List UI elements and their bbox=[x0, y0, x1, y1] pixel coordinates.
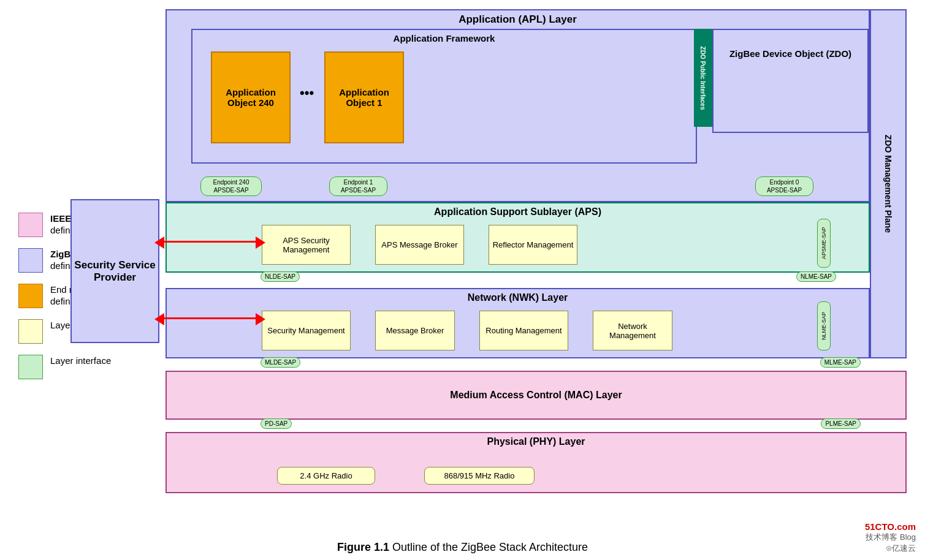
legend-color-layer-func bbox=[18, 319, 43, 344]
nwk-layer: Network (NWK) Layer Security Management … bbox=[166, 288, 870, 358]
legend-color-zigbee bbox=[18, 248, 43, 273]
security-service-provider: Security Service Provider bbox=[70, 199, 159, 343]
figure-title: Outline of the ZigBee Stack Architecture bbox=[392, 541, 588, 553]
app-object-240: Application Object 240 bbox=[211, 51, 291, 143]
figure-caption: Figure 1.1 Outline of the ZigBee Stack A… bbox=[337, 541, 588, 554]
phy-layer: Physical (PHY) Layer 2.4 GHz Radio 868/9… bbox=[166, 432, 907, 493]
legend-text-layer-iface: Layer interface bbox=[50, 355, 111, 367]
apl-layer: Application (APL) Layer Application Fram… bbox=[166, 9, 870, 202]
arrowhead-aps bbox=[256, 236, 265, 249]
mac-layer-title: Medium Access Control (MAC) Layer bbox=[167, 390, 905, 401]
endpoint-1: Endpoint 1APSDE-SAP bbox=[329, 176, 387, 196]
arrow-line-aps bbox=[161, 241, 256, 243]
network-management: Network Management bbox=[593, 311, 672, 350]
watermark: 51CTO.com 技术博客 Blog ⊙亿速云 bbox=[865, 521, 916, 554]
page-container: IEEE 802.15.4 defined ZigBee™ Alliance d… bbox=[0, 0, 925, 560]
diagram: ZDO Management Plane Application (APL) L… bbox=[166, 9, 907, 505]
mac-layer: Medium Access Control (MAC) Layer bbox=[166, 371, 907, 420]
aps-layer-title: Application Support Sublayer (APS) bbox=[167, 206, 869, 218]
app-framework-title: Application Framework bbox=[192, 33, 696, 44]
endpoint-0: Endpoint 0APSDE-SAP bbox=[755, 176, 813, 196]
arrowhead-aps-left bbox=[154, 236, 164, 249]
radio-868mhz: 868/915 MHz Radio bbox=[424, 467, 535, 485]
plme-sap: PLME-SAP bbox=[821, 418, 861, 429]
watermark-sub1: 技术博客 Blog bbox=[865, 532, 916, 543]
apsme-sap: APSME-SAP bbox=[817, 219, 831, 268]
watermark-site: 51CTO.com bbox=[865, 521, 916, 532]
nlme-sap-vert: NLME-SAP bbox=[817, 301, 831, 350]
zdo-title: ZigBee Device Object (ZDO) bbox=[720, 48, 861, 59]
arrow-line-nwk bbox=[161, 317, 256, 319]
app-object-1: Application Object 1 bbox=[324, 51, 404, 143]
message-broker: Message Broker bbox=[375, 311, 455, 350]
nwk-layer-title: Network (NWK) Layer bbox=[167, 292, 869, 303]
mlde-sap: MLDE-SAP bbox=[261, 357, 300, 368]
dots-separator: ••• bbox=[300, 85, 314, 101]
legend-color-ieee bbox=[18, 213, 43, 237]
watermark-sub2: ⊙亿速云 bbox=[865, 543, 916, 554]
legend-color-manufacturer bbox=[18, 284, 43, 308]
legend-color-layer-iface bbox=[18, 355, 43, 379]
nlde-sap: NLDE-SAP bbox=[261, 271, 300, 282]
nlme-sap: NLME-SAP bbox=[796, 271, 836, 282]
reflector-management: Reflector Management bbox=[489, 225, 577, 265]
routing-management: Routing Management bbox=[479, 311, 568, 350]
security-management: Security Management bbox=[262, 311, 351, 350]
pd-sap: PD-SAP bbox=[261, 418, 292, 429]
app-framework: Application Framework Application Object… bbox=[191, 29, 697, 164]
radio-24ghz: 2.4 GHz Radio bbox=[277, 467, 375, 485]
legend-item-layer-iface: Layer interface bbox=[18, 355, 159, 379]
phy-layer-title: Physical (PHY) Layer bbox=[167, 436, 905, 447]
aps-security-management: APS Security Management bbox=[262, 225, 351, 265]
aps-layer: Application Support Sublayer (APS) APS S… bbox=[166, 202, 870, 273]
mlme-sap: MLME-SAP bbox=[820, 357, 861, 368]
figure-label: Figure 1.1 bbox=[337, 541, 389, 553]
apl-layer-title: Application (APL) Layer bbox=[167, 13, 869, 26]
endpoint-240: Endpoint 240APSDE-SAP bbox=[200, 176, 262, 196]
zdo-management-plane: ZDO Management Plane bbox=[870, 9, 907, 358]
main-content: IEEE 802.15.4 defined ZigBee™ Alliance d… bbox=[6, 6, 919, 536]
arrowhead-nwk bbox=[256, 313, 265, 325]
zdo-box: ZigBee Device Object (ZDO) bbox=[712, 29, 869, 133]
aps-message-broker: APS Message Broker bbox=[375, 225, 464, 265]
zdo-public-interfaces: ZDO Public Interfaces bbox=[694, 29, 712, 127]
arrowhead-nwk-left bbox=[154, 313, 164, 325]
